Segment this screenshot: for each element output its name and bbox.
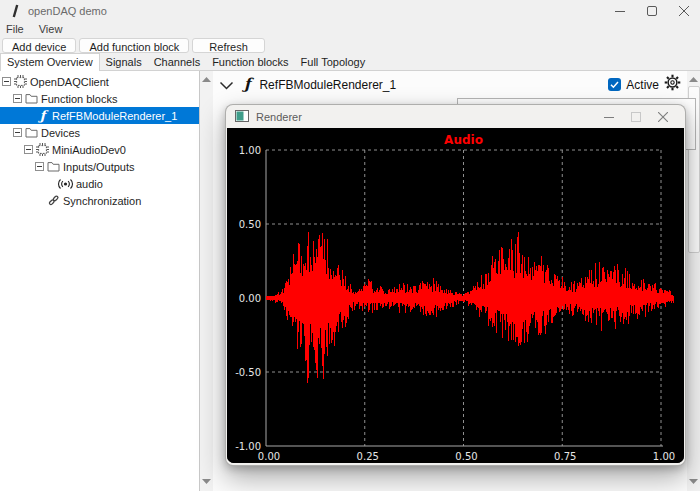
renderer-minimize-icon[interactable]	[595, 112, 622, 122]
plot-title: Audio	[444, 133, 483, 147]
scroll-up-icon[interactable]	[687, 73, 700, 85]
renderer-window: Renderer 1.000.500.00-0.50-	[225, 104, 686, 466]
audio-signal-icon	[57, 178, 74, 190]
window-controls	[604, 0, 700, 22]
tab-full-topology[interactable]: Full Topology	[295, 54, 372, 70]
detail-panel: ƒ RefFBModuleRenderer_1 Active	[213, 71, 687, 491]
component-title: RefFBModuleRenderer_1	[259, 78, 396, 92]
menu-bar: FileView	[0, 22, 700, 36]
tree-view: OpenDAQClientFunction blocksƒRefFBModule…	[0, 71, 200, 491]
refresh-button[interactable]: Refresh	[192, 38, 265, 53]
renderer-title-bar[interactable]: Renderer	[226, 105, 685, 128]
tree-item-reffbmodulerenderer-1[interactable]: ƒRefFBModuleRenderer_1	[0, 107, 199, 124]
folder-icon	[46, 161, 61, 172]
expander-collapse-icon[interactable]	[13, 128, 22, 137]
audio-waveform-chart: 1.000.500.00-0.50-1.000.000.250.500.751.…	[227, 128, 684, 463]
tab-channels[interactable]: Channels	[148, 54, 206, 70]
tree-item-label: MiniAudioDev0	[52, 144, 126, 156]
renderer-maximize-icon[interactable]	[622, 112, 649, 122]
folder-icon	[24, 127, 39, 138]
tree-item-inputs-outputs[interactable]: Inputs/Outputs	[0, 158, 199, 175]
scroll-up-icon[interactable]	[200, 73, 213, 85]
y-tick-label: 0.00	[239, 293, 261, 304]
menu-view[interactable]: View	[39, 23, 63, 35]
x-tick-label: 1.00	[653, 451, 675, 462]
app-logo-icon	[9, 4, 20, 18]
device-chip-icon	[13, 75, 28, 88]
audio-plot: 1.000.500.00-0.50-1.000.000.250.500.751.…	[227, 128, 684, 463]
settings-gear-icon[interactable]	[664, 74, 681, 95]
y-tick-label: -0.50	[235, 367, 261, 378]
renderer-close-icon[interactable]	[649, 112, 676, 122]
tree-item-synchronization[interactable]: Synchronization	[0, 192, 199, 209]
tab-page-system-overview: OpenDAQClientFunction blocksƒRefFBModule…	[0, 70, 700, 491]
sync-link-icon	[46, 194, 61, 207]
scroll-down-icon[interactable]	[200, 475, 213, 487]
tree-item-audio[interactable]: audio	[0, 175, 199, 192]
tree-scrollbar[interactable]	[200, 71, 213, 491]
y-tick-label: 1.00	[239, 145, 261, 156]
y-tick-label: -1.00	[235, 441, 261, 452]
tree-item-miniaudiodev0[interactable]: MiniAudioDev0	[0, 141, 199, 158]
tree-item-function-blocks[interactable]: Function blocks	[0, 90, 199, 107]
tree-item-label: Inputs/Outputs	[63, 161, 135, 173]
window-title: openDAQ demo	[28, 5, 107, 17]
tab-bar: System OverviewSignalsChannelsFunction b…	[0, 54, 700, 71]
device-chip-icon	[35, 143, 50, 156]
toolbar: Add deviceAdd function blockRefresh	[0, 36, 700, 54]
menu-file[interactable]: File	[6, 23, 24, 35]
tree-item-label: Devices	[41, 127, 80, 139]
expander-collapse-icon[interactable]	[35, 162, 44, 171]
active-checkbox[interactable]	[608, 78, 621, 91]
x-tick-label: 0.50	[455, 451, 477, 462]
title-bar: openDAQ demo	[0, 0, 700, 22]
tree-item-devices[interactable]: Devices	[0, 124, 199, 141]
expander-collapse-icon[interactable]	[13, 94, 22, 103]
folder-icon	[24, 93, 39, 104]
renderer-window-title: Renderer	[256, 111, 302, 123]
add-function-block-button[interactable]: Add function block	[79, 38, 189, 53]
renderer-app-icon	[235, 108, 249, 126]
tree-item-label: OpenDAQClient	[30, 76, 109, 88]
scroll-down-icon[interactable]	[687, 475, 700, 487]
x-tick-label: 0.00	[258, 451, 280, 462]
tree-item-label: audio	[76, 178, 103, 190]
chevron-down-icon[interactable]	[219, 76, 234, 94]
tab-signals[interactable]: Signals	[100, 54, 148, 70]
minimize-icon[interactable]	[604, 0, 636, 22]
renderer-window-controls	[595, 112, 676, 122]
expander-collapse-icon[interactable]	[24, 145, 33, 154]
function-block-icon: ƒ	[244, 78, 250, 91]
x-tick-label: 0.25	[357, 451, 379, 462]
tab-system-overview[interactable]: System Overview	[0, 53, 100, 71]
tree-item-label: Synchronization	[63, 195, 141, 207]
tree-item-opendaqclient[interactable]: OpenDAQClient	[0, 73, 199, 90]
tree-item-label: RefFBModuleRenderer_1	[52, 110, 177, 122]
close-icon[interactable]	[668, 0, 700, 22]
expander-collapse-icon[interactable]	[2, 77, 11, 86]
function-block-icon: ƒ	[35, 109, 50, 122]
active-checkbox-label: Active	[626, 78, 659, 92]
add-device-button[interactable]: Add device	[2, 38, 76, 53]
app-window: openDAQ demo FileView Add deviceAdd func…	[0, 0, 700, 491]
x-tick-label: 0.75	[554, 451, 576, 462]
tree-item-label: Function blocks	[41, 93, 117, 105]
maximize-icon[interactable]	[636, 0, 668, 22]
y-tick-label: 0.50	[239, 219, 261, 230]
tab-function-blocks[interactable]: Function blocks	[206, 54, 294, 70]
component-header: ƒ RefFBModuleRenderer_1 Active	[213, 71, 687, 98]
